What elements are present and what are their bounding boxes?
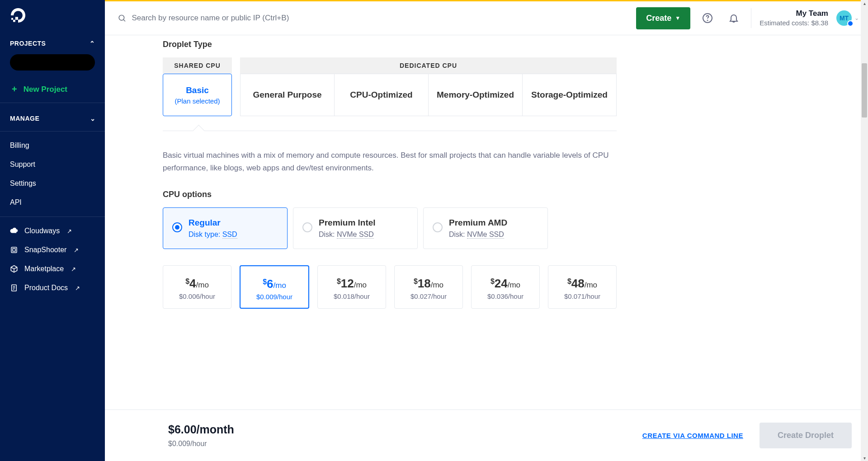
cpu-option-regular[interactable]: RegularDisk type: SSD — [163, 207, 288, 249]
projects-label: PROJECTS — [10, 40, 46, 47]
plan-48[interactable]: $48/mo$0.071/hour — [548, 265, 617, 309]
search-icon — [118, 14, 126, 23]
team-cost: Estimated costs: $8.38 — [760, 19, 828, 28]
external-link-icon: ↗ — [71, 266, 76, 273]
nav-marketplace[interactable]: Marketplace↗ — [0, 259, 105, 278]
chevron-down-icon: ⌃ — [90, 115, 95, 122]
help-button[interactable] — [698, 9, 717, 27]
cloud-icon — [10, 227, 18, 235]
radio-icon — [302, 222, 312, 232]
search — [118, 14, 628, 23]
plan-price: $24/mo — [491, 277, 520, 291]
type-storage-optimized[interactable]: Storage-Optimized — [523, 74, 617, 116]
cpu-option-disk: Disk: NVMe SSD — [449, 230, 538, 239]
avatar: MT — [836, 10, 852, 26]
external-link-icon: ↗ — [67, 228, 72, 235]
nav-settings[interactable]: Settings — [0, 174, 105, 193]
nav-cloudways[interactable]: Cloudways↗ — [0, 221, 105, 240]
logo[interactable] — [0, 0, 105, 35]
projects-header[interactable]: PROJECTS ⌃ — [0, 35, 105, 52]
plan-4[interactable]: $4/mo$0.006/hour — [163, 265, 231, 309]
main: Create ▼ My Team Estimated costs: $8.38 … — [105, 0, 868, 461]
team-info: My Team Estimated costs: $8.38 — [760, 9, 828, 28]
cpu-option-premium-intel[interactable]: Premium IntelDisk: NVMe SSD — [293, 207, 418, 249]
dedicated-cpu-header: DEDICATED CPU — [240, 57, 617, 74]
create-droplet-button[interactable]: Create Droplet — [760, 423, 852, 448]
cpu-option-disk: Disk: NVMe SSD — [319, 230, 407, 239]
digitalocean-logo-icon — [10, 8, 26, 24]
plan-price: $12/mo — [337, 277, 367, 291]
manage-header[interactable]: MANAGE ⌃ — [0, 103, 105, 131]
nav-snapshooter[interactable]: SnapShooter↗ — [0, 240, 105, 259]
plan-hourly: $0.027/hour — [399, 292, 458, 300]
radio-icon — [172, 222, 182, 232]
redacted-project[interactable] — [10, 54, 95, 71]
droplet-type-group: SHARED CPU Basic (Plan selected) DEDICAT… — [163, 57, 617, 116]
chevron-down-icon: ⌄ — [854, 15, 859, 21]
topbar: Create ▼ My Team Estimated costs: $8.38 … — [105, 0, 868, 35]
separator — [751, 8, 751, 28]
nav-billing[interactable]: Billing — [0, 136, 105, 155]
plan-hourly: $0.006/hour — [168, 292, 226, 300]
snap-icon — [10, 246, 18, 254]
plan-price: $48/mo — [567, 277, 597, 291]
plan-18[interactable]: $18/mo$0.027/hour — [394, 265, 463, 309]
type-general-purpose[interactable]: General Purpose — [240, 74, 335, 116]
cpu-option-premium-amd[interactable]: Premium AMDDisk: NVMe SSD — [423, 207, 548, 249]
plan-6[interactable]: $6/mo$0.009/hour — [240, 265, 309, 309]
cpu-option-title: Premium AMD — [449, 218, 538, 228]
plan-price: $6/mo — [263, 277, 286, 291]
notifications-button[interactable] — [725, 9, 743, 27]
plan-hourly: $0.018/hour — [322, 292, 381, 300]
new-project-button[interactable]: + New Project — [0, 79, 105, 103]
plan-12[interactable]: $12/mo$0.018/hour — [317, 265, 386, 309]
bell-icon — [728, 13, 739, 24]
type-basic-label: Basic — [186, 85, 209, 95]
create-cli-link[interactable]: CREATE VIA COMMAND LINE — [642, 432, 743, 439]
footer-bar: $6.00/month $0.009/hour CREATE VIA COMMA… — [105, 409, 868, 461]
scrollbar[interactable]: ▴ ▾ — [861, 0, 868, 461]
search-input[interactable] — [132, 14, 628, 23]
plan-hourly: $0.036/hour — [476, 292, 535, 300]
content: Droplet Type SHARED CPU Basic (Plan sele… — [105, 35, 868, 461]
scroll-thumb[interactable] — [862, 63, 867, 118]
type-basic-sub: (Plan selected) — [175, 97, 220, 105]
scroll-down-icon: ▾ — [862, 456, 867, 460]
avatar-badge-icon — [847, 20, 854, 27]
chevron-down-icon: ▼ — [675, 15, 680, 21]
nav-api[interactable]: API — [0, 193, 105, 212]
svg-point-9 — [708, 20, 708, 21]
plan-24[interactable]: $24/mo$0.036/hour — [471, 265, 540, 309]
account-menu[interactable]: MT ⌄ — [836, 10, 859, 26]
cpu-option-title: Regular — [189, 218, 277, 228]
sidebar: PROJECTS ⌃ + New Project MANAGE ⌃ Billin… — [0, 0, 105, 461]
plus-icon: + — [12, 84, 17, 94]
shared-cpu-header: SHARED CPU — [163, 57, 232, 74]
plan-price: $4/mo — [185, 277, 209, 291]
svg-rect-0 — [11, 247, 17, 253]
type-description: Basic virtual machines with a mix of mem… — [163, 149, 617, 174]
external-link-icon: ↗ — [75, 285, 80, 292]
plan-hourly: $0.009/hour — [245, 293, 304, 301]
type-memory-optimized[interactable]: Memory-Optimized — [429, 74, 523, 116]
scroll-up-icon: ▴ — [862, 1, 867, 5]
help-icon — [702, 13, 713, 24]
radio-icon — [433, 222, 443, 232]
external-link-icon: ↗ — [74, 247, 79, 254]
nav-product-docs[interactable]: Product Docs↗ — [0, 278, 105, 297]
type-cpu-optimized[interactable]: CPU-Optimized — [335, 74, 429, 116]
cpu-option-title: Premium Intel — [319, 218, 407, 228]
type-basic[interactable]: Basic (Plan selected) — [163, 74, 232, 116]
footer-hourly: $0.009/hour — [168, 440, 642, 448]
create-button[interactable]: Create ▼ — [636, 7, 690, 29]
svg-rect-1 — [13, 249, 15, 251]
plan-hourly: $0.071/hour — [553, 292, 612, 300]
svg-line-7 — [123, 19, 125, 21]
nav-support[interactable]: Support — [0, 155, 105, 174]
chevron-up-icon: ⌃ — [90, 40, 95, 47]
manage-label: MANAGE — [10, 115, 39, 122]
cpu-option-disk: Disk type: SSD — [189, 230, 277, 239]
new-project-label: New Project — [24, 85, 67, 94]
team-name: My Team — [760, 9, 828, 19]
footer-price: $6.00/month — [168, 423, 642, 436]
